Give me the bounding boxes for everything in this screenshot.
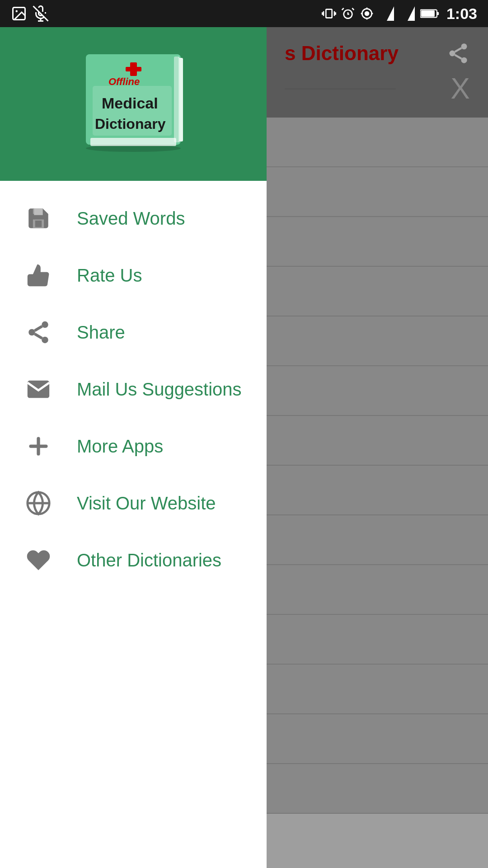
list-item	[267, 366, 488, 416]
svg-point-39	[42, 321, 48, 328]
svg-rect-36	[90, 138, 176, 146]
menu-label-mail-us: Mail Us Suggestions	[77, 379, 242, 400]
svg-point-21	[450, 51, 455, 57]
svg-line-8	[352, 8, 354, 10]
floppy-icon	[23, 203, 54, 234]
right-panel-title: s Dictionary	[285, 42, 399, 65]
mic-off-icon	[33, 5, 49, 22]
svg-point-40	[28, 329, 35, 336]
status-bar: 1:03	[0, 0, 488, 27]
list-item	[267, 466, 488, 515]
drawer-header: Offline Medical Dictionary	[0, 27, 267, 181]
list-item	[267, 665, 488, 714]
list-item	[267, 714, 488, 764]
app-logo: Offline Medical Dictionary	[77, 50, 190, 158]
list-item	[267, 615, 488, 665]
status-bar-left	[11, 5, 49, 22]
svg-point-41	[42, 337, 48, 344]
svg-marker-15	[387, 6, 394, 21]
status-time: 1:03	[446, 5, 477, 23]
menu-label-saved-words: Saved Words	[77, 208, 185, 229]
svg-rect-37	[35, 221, 42, 227]
globe-icon	[23, 487, 54, 519]
svg-line-42	[35, 334, 42, 339]
menu-label-share: Share	[77, 322, 125, 343]
right-panel-list	[267, 118, 488, 814]
battery-icon	[420, 7, 439, 20]
thumbs-up-icon	[23, 259, 54, 291]
menu-label-rate-us: Rate Us	[77, 265, 142, 286]
svg-line-24	[455, 48, 462, 52]
list-item	[267, 764, 488, 814]
list-item	[267, 217, 488, 267]
menu-label-more-apps: More Apps	[77, 436, 163, 457]
menu-item-other-dicts[interactable]: Other Dictionaries	[0, 532, 267, 589]
svg-line-43	[35, 326, 42, 331]
menu-item-visit-website[interactable]: Visit Our Website	[0, 475, 267, 532]
svg-point-22	[461, 57, 467, 63]
list-item	[267, 316, 488, 366]
plus-icon	[23, 430, 54, 462]
vibrate-icon	[322, 6, 336, 21]
right-panel: s Dictionary X	[267, 27, 488, 868]
gps-icon	[360, 6, 374, 21]
svg-rect-38	[34, 208, 42, 215]
share-icon-right[interactable]	[446, 42, 470, 65]
list-item	[267, 118, 488, 167]
image-icon	[11, 5, 27, 22]
svg-rect-19	[421, 10, 435, 16]
mail-icon	[23, 373, 54, 405]
list-item	[267, 565, 488, 615]
svg-line-23	[455, 55, 462, 59]
search-bar-line	[285, 88, 396, 90]
list-item	[267, 167, 488, 217]
alarm-icon	[341, 6, 355, 21]
svg-rect-31	[130, 62, 137, 76]
svg-text:Offline: Offline	[108, 76, 140, 87]
svg-marker-16	[408, 6, 415, 21]
menu-item-share[interactable]: Share	[0, 304, 267, 361]
menu-item-more-apps[interactable]: More Apps	[0, 418, 267, 475]
signal-icon	[379, 6, 395, 21]
svg-rect-5	[326, 9, 332, 18]
right-panel-header: s Dictionary X	[267, 27, 488, 118]
menu-item-rate-us[interactable]: Rate Us	[0, 247, 267, 304]
svg-rect-18	[437, 12, 439, 15]
svg-text:Dictionary: Dictionary	[95, 116, 166, 132]
navigation-drawer: Offline Medical Dictionary	[0, 27, 267, 868]
list-item	[267, 267, 488, 316]
menu-item-mail-us[interactable]: Mail Us Suggestions	[0, 361, 267, 418]
signal2-icon	[399, 6, 416, 21]
svg-point-10	[365, 12, 369, 15]
menu-label-other-dicts: Other Dictionaries	[77, 550, 221, 571]
menu-label-visit-website: Visit Our Website	[77, 493, 216, 514]
close-button-right[interactable]: X	[450, 74, 470, 103]
heart-icon	[23, 544, 54, 576]
share-icon-menu	[23, 316, 54, 348]
svg-line-7	[342, 8, 344, 10]
drawer-menu: Saved Words Rate Us Share	[0, 181, 267, 868]
svg-point-20	[461, 43, 467, 49]
list-item	[267, 515, 488, 565]
svg-point-1	[16, 10, 18, 13]
status-bar-right: 1:03	[322, 5, 477, 23]
list-item	[267, 416, 488, 466]
menu-item-saved-words[interactable]: Saved Words	[0, 190, 267, 247]
svg-text:Medical: Medical	[102, 94, 158, 112]
